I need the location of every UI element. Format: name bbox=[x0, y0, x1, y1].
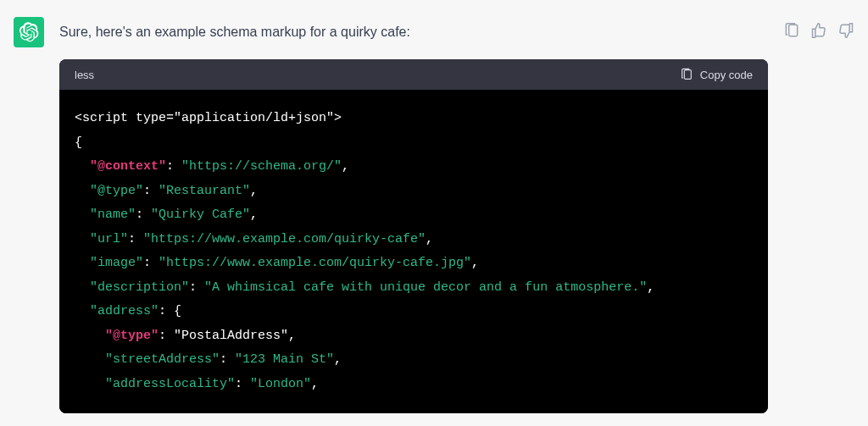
assistant-avatar bbox=[14, 17, 44, 47]
code-token: "London" bbox=[250, 377, 311, 391]
code-token: "name" bbox=[90, 207, 136, 222]
thumbs-down-icon bbox=[837, 22, 854, 39]
code-token: "Quirky Cafe" bbox=[151, 207, 250, 222]
code-token: "123 Main St" bbox=[235, 352, 334, 367]
code-token: "streetAddress" bbox=[105, 352, 220, 367]
code-token: "@type" bbox=[90, 184, 143, 198]
thumbs-up-button[interactable] bbox=[810, 22, 827, 39]
code-token: "Restaurant" bbox=[159, 184, 250, 198]
code-token: "image" bbox=[90, 256, 143, 270]
code-token: "PostalAddress" bbox=[174, 329, 288, 343]
code-token: "address" bbox=[90, 304, 159, 318]
copy-message-button[interactable] bbox=[783, 22, 800, 39]
thumbs-up-icon bbox=[810, 22, 827, 39]
code-token: "description" bbox=[90, 280, 189, 295]
code-token: "url" bbox=[90, 232, 128, 246]
code-token: "https://www.example.com/quirky-cafe" bbox=[143, 232, 426, 246]
code-token: "https://www.example.com/quirky-cafe.jpg… bbox=[159, 256, 471, 270]
copy-code-label: Copy code bbox=[700, 69, 753, 81]
clipboard-icon bbox=[783, 22, 800, 39]
code-content[interactable]: <script type="application/ld+json"> { "@… bbox=[59, 90, 768, 413]
svg-rect-1 bbox=[789, 25, 798, 36]
thumbs-down-button[interactable] bbox=[837, 22, 854, 39]
code-token: "@context" bbox=[90, 159, 166, 174]
code-block: less Copy code <script type="application… bbox=[59, 59, 768, 413]
code-token: "https://schema.org/" bbox=[181, 159, 342, 174]
code-token: "@type" bbox=[105, 329, 159, 343]
message-text: Sure, here's an example schema markup fo… bbox=[59, 22, 768, 42]
code-header: less Copy code bbox=[59, 59, 768, 90]
openai-logo-icon bbox=[19, 22, 39, 42]
code-line: <script type="application/ld+json"> bbox=[75, 111, 342, 125]
code-language-label: less bbox=[75, 69, 94, 81]
clipboard-icon bbox=[680, 68, 693, 81]
code-token: "addressLocality" bbox=[105, 377, 235, 391]
svg-rect-0 bbox=[684, 70, 691, 80]
code-line: { bbox=[75, 136, 82, 150]
copy-code-button[interactable]: Copy code bbox=[680, 68, 753, 81]
code-token: "A whimsical cafe with unique decor and … bbox=[204, 280, 647, 295]
